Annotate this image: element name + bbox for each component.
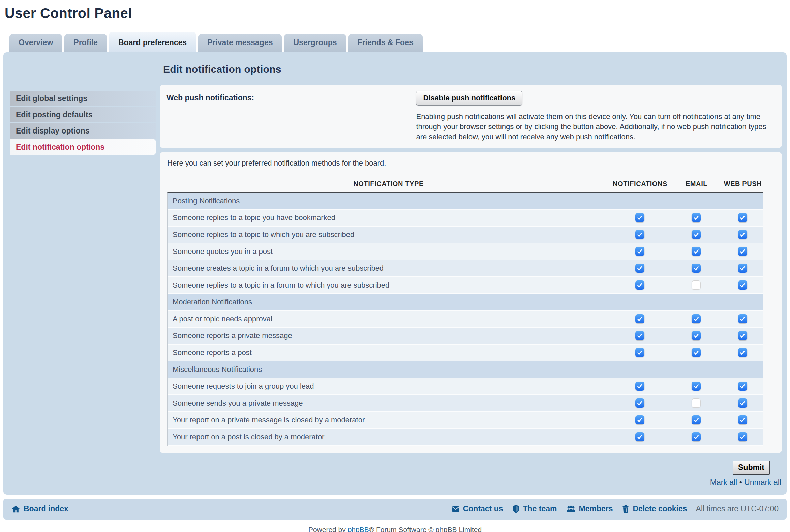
- email-checkbox-checked[interactable]: [692, 415, 701, 424]
- email-checkbox-unchecked[interactable]: [692, 281, 701, 290]
- sidebar-item-edit-global-settings[interactable]: Edit global settings: [10, 91, 156, 106]
- notification-type-label: Someone replies to a topic you have book…: [168, 213, 609, 222]
- tab-overview[interactable]: Overview: [9, 34, 62, 52]
- email-checkbox-checked[interactable]: [692, 382, 701, 391]
- notifications-cell: [609, 348, 670, 357]
- footer-link-delete-cookies[interactable]: Delete cookies: [621, 505, 687, 513]
- web-push-checkbox-checked[interactable]: [738, 432, 747, 441]
- notifications-cell: [609, 264, 670, 273]
- notification-table-body: Posting NotificationsSomeone replies to …: [167, 192, 763, 446]
- email-checkbox-checked[interactable]: [692, 230, 701, 239]
- webpush-label: Web push notifications:: [167, 91, 416, 142]
- email-cell: [670, 415, 722, 424]
- email-checkbox-checked[interactable]: [692, 314, 701, 323]
- webpush-panel: Web push notifications: Disable push not…: [160, 84, 782, 148]
- web-push-checkbox-checked[interactable]: [738, 247, 747, 256]
- web-push-cell: [722, 415, 763, 424]
- email-cell: [670, 264, 722, 273]
- table-row: Someone reports a post: [168, 345, 763, 361]
- section-header-posting-notifications: Posting Notifications: [168, 193, 763, 210]
- submit-button[interactable]: Submit: [733, 460, 770, 475]
- unmark-all-link[interactable]: Unmark all: [744, 478, 781, 487]
- disable-push-notifications-button[interactable]: Disable push notifications: [416, 91, 522, 106]
- notifications-checkbox-checked[interactable]: [635, 399, 644, 407]
- mark-links: Mark all • Unmark all: [710, 478, 781, 487]
- email-checkbox-checked[interactable]: [692, 331, 701, 340]
- email-checkbox-unchecked[interactable]: [692, 399, 701, 407]
- web-push-cell: [722, 432, 763, 441]
- table-row: Your report on a private message is clos…: [168, 412, 763, 429]
- email-cell: [670, 348, 722, 357]
- notifications-checkbox-checked[interactable]: [635, 314, 644, 323]
- sidebar-item-edit-notification-options[interactable]: Edit notification options: [10, 139, 156, 155]
- notifications-checkbox-checked[interactable]: [635, 247, 644, 256]
- col-header-notifications: NOTIFICATIONS: [610, 180, 670, 188]
- tab-profile[interactable]: Profile: [64, 34, 107, 52]
- notifications-checkbox-checked[interactable]: [635, 230, 644, 239]
- footer-link-label: Delete cookies: [633, 505, 687, 513]
- tab-board-preferences[interactable]: Board preferences: [109, 32, 196, 52]
- board-index-link[interactable]: Board index: [12, 505, 69, 513]
- email-cell: [670, 281, 722, 290]
- section-header-moderation-notifications: Moderation Notifications: [168, 294, 763, 311]
- webpush-description: Enabling push notifications will activat…: [416, 112, 775, 142]
- email-cell: [670, 314, 722, 323]
- email-cell: [670, 399, 722, 407]
- web-push-checkbox-checked[interactable]: [738, 382, 747, 391]
- email-checkbox-checked[interactable]: [692, 348, 701, 357]
- notification-table: NOTIFICATION TYPE NOTIFICATIONS EMAIL WE…: [167, 175, 763, 446]
- notifications-checkbox-checked[interactable]: [635, 264, 644, 273]
- email-checkbox-checked[interactable]: [692, 247, 701, 256]
- mark-all-link[interactable]: Mark all: [710, 478, 737, 487]
- web-push-checkbox-checked[interactable]: [738, 281, 747, 290]
- tab-friends-foes[interactable]: Friends & Foes: [348, 34, 423, 52]
- table-row: Someone replies to a topic to which you …: [168, 227, 763, 243]
- footer-link-members[interactable]: Members: [566, 505, 613, 513]
- web-push-cell: [722, 331, 763, 340]
- notification-type-label: Someone reports a post: [168, 348, 609, 357]
- web-push-checkbox-checked[interactable]: [738, 230, 747, 239]
- notifications-cell: [609, 230, 670, 239]
- ucp-main-panel: Edit global settingsEdit posting default…: [3, 52, 787, 495]
- phpbb-link[interactable]: phpBB: [348, 526, 369, 532]
- email-cell: [670, 331, 722, 340]
- web-push-checkbox-checked[interactable]: [738, 415, 747, 424]
- notification-type-label: Your report on a private message is clos…: [168, 416, 609, 424]
- envelope-icon: [451, 505, 460, 513]
- table-row: Someone replies to a topic you have book…: [168, 210, 763, 227]
- web-push-checkbox-checked[interactable]: [738, 331, 747, 340]
- email-checkbox-checked[interactable]: [692, 213, 701, 222]
- email-cell: [670, 382, 722, 391]
- notifications-checkbox-checked[interactable]: [635, 281, 644, 290]
- notifications-checkbox-checked[interactable]: [635, 331, 644, 340]
- notification-type-label: Your report on a post is closed by a mod…: [168, 433, 609, 441]
- email-checkbox-checked[interactable]: [692, 264, 701, 273]
- tab-usergroups[interactable]: Usergroups: [284, 34, 346, 52]
- notifications-checkbox-checked[interactable]: [635, 415, 644, 424]
- table-row: Someone creates a topic in a forum to wh…: [168, 260, 763, 277]
- form-actions: Submit Mark all • Unmark all: [160, 457, 782, 489]
- members-icon: [566, 505, 576, 513]
- tab-private-messages[interactable]: Private messages: [198, 34, 282, 52]
- notifications-checkbox-checked[interactable]: [635, 432, 644, 441]
- footer-link-label: Contact us: [463, 505, 503, 513]
- col-header-email: EMAIL: [670, 180, 722, 188]
- web-push-checkbox-checked[interactable]: [738, 213, 747, 222]
- table-row: Someone requests to join a group you lea…: [168, 378, 763, 395]
- sidebar-item-edit-posting-defaults[interactable]: Edit posting defaults: [10, 107, 156, 122]
- notifications-cell: [609, 247, 670, 256]
- timezone-note: All times are UTC-07:00: [696, 505, 778, 513]
- web-push-checkbox-checked[interactable]: [738, 314, 747, 323]
- footer-link-contact-us[interactable]: Contact us: [451, 505, 503, 513]
- notifications-checkbox-checked[interactable]: [635, 213, 644, 222]
- web-push-checkbox-checked[interactable]: [738, 399, 747, 407]
- notification-type-label: Someone creates a topic in a forum to wh…: [168, 264, 609, 273]
- notifications-checkbox-checked[interactable]: [635, 382, 644, 391]
- footer-link-the-team[interactable]: The team: [512, 505, 557, 513]
- notifications-checkbox-checked[interactable]: [635, 348, 644, 357]
- web-push-cell: [722, 314, 763, 323]
- web-push-checkbox-checked[interactable]: [738, 348, 747, 357]
- email-checkbox-checked[interactable]: [692, 432, 701, 441]
- sidebar-item-edit-display-options[interactable]: Edit display options: [10, 123, 156, 138]
- web-push-checkbox-checked[interactable]: [738, 264, 747, 273]
